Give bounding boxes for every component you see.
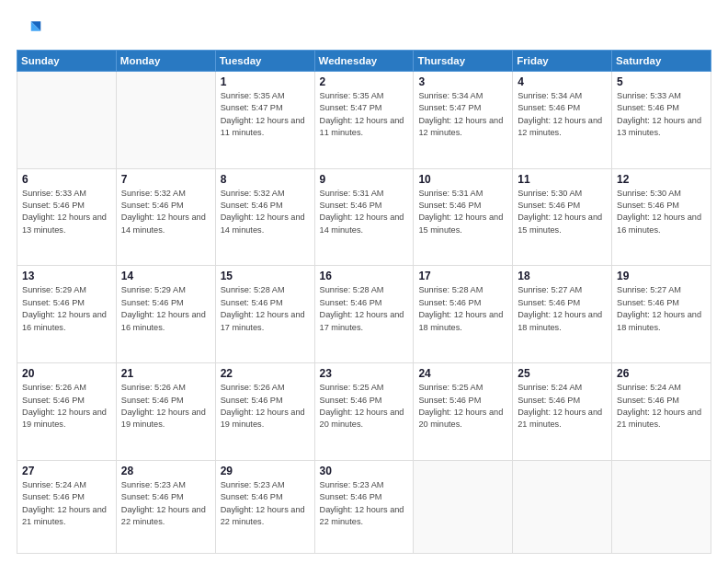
day-number: 7 — [121, 173, 210, 186]
calendar-cell: 22Sunrise: 5:26 AMSunset: 5:46 PMDayligh… — [215, 363, 314, 461]
calendar-cell: 6Sunrise: 5:33 AMSunset: 5:46 PMDaylight… — [17, 168, 117, 266]
calendar-table: SundayMondayTuesdayWednesdayThursdayFrid… — [17, 50, 711, 554]
day-info: Sunrise: 5:28 AMSunset: 5:46 PMDaylight:… — [320, 284, 409, 333]
weekday-header-row: SundayMondayTuesdayWednesdayThursdayFrid… — [17, 51, 711, 72]
day-info: Sunrise: 5:34 AMSunset: 5:47 PMDaylight:… — [418, 90, 507, 139]
calendar-cell — [513, 460, 612, 553]
day-number: 9 — [320, 173, 409, 186]
day-info: Sunrise: 5:29 AMSunset: 5:46 PMDaylight:… — [121, 284, 210, 333]
calendar-cell: 9Sunrise: 5:31 AMSunset: 5:46 PMDaylight… — [314, 168, 414, 266]
calendar-cell: 8Sunrise: 5:32 AMSunset: 5:46 PMDaylight… — [215, 168, 314, 266]
calendar-cell — [414, 460, 513, 553]
calendar-cell: 7Sunrise: 5:32 AMSunset: 5:46 PMDaylight… — [116, 168, 215, 266]
calendar-cell: 3Sunrise: 5:34 AMSunset: 5:47 PMDaylight… — [414, 72, 513, 169]
weekday-header-friday: Friday — [513, 51, 612, 72]
day-number: 5 — [617, 75, 706, 88]
day-number: 15 — [221, 270, 310, 282]
calendar-cell: 2Sunrise: 5:35 AMSunset: 5:47 PMDaylight… — [314, 72, 414, 169]
day-number: 24 — [418, 367, 507, 380]
day-number: 19 — [617, 270, 706, 282]
day-info: Sunrise: 5:34 AMSunset: 5:46 PMDaylight:… — [518, 90, 607, 139]
day-number: 8 — [221, 173, 310, 186]
weekday-header-thursday: Thursday — [414, 51, 513, 72]
day-info: Sunrise: 5:25 AMSunset: 5:46 PMDaylight:… — [418, 382, 507, 431]
calendar-cell: 24Sunrise: 5:25 AMSunset: 5:46 PMDayligh… — [414, 363, 513, 461]
day-number: 2 — [320, 75, 409, 88]
calendar-cell: 14Sunrise: 5:29 AMSunset: 5:46 PMDayligh… — [116, 266, 215, 363]
weekday-header-tuesday: Tuesday — [215, 51, 314, 72]
day-number: 3 — [418, 75, 507, 88]
weekday-header-sunday: Sunday — [17, 51, 117, 72]
calendar-cell: 16Sunrise: 5:28 AMSunset: 5:46 PMDayligh… — [314, 266, 414, 363]
day-number: 18 — [518, 270, 607, 282]
day-info: Sunrise: 5:23 AMSunset: 5:46 PMDaylight:… — [121, 479, 210, 528]
weekday-header-wednesday: Wednesday — [314, 51, 414, 72]
day-info: Sunrise: 5:26 AMSunset: 5:46 PMDaylight:… — [121, 382, 210, 431]
day-info: Sunrise: 5:31 AMSunset: 5:46 PMDaylight:… — [320, 188, 409, 236]
day-number: 1 — [221, 75, 310, 88]
day-info: Sunrise: 5:28 AMSunset: 5:46 PMDaylight:… — [418, 284, 507, 333]
day-number: 4 — [518, 75, 607, 88]
calendar-cell: 28Sunrise: 5:23 AMSunset: 5:46 PMDayligh… — [116, 460, 215, 553]
calendar-cell: 21Sunrise: 5:26 AMSunset: 5:46 PMDayligh… — [116, 363, 215, 461]
day-info: Sunrise: 5:35 AMSunset: 5:47 PMDaylight:… — [221, 90, 310, 139]
page: SundayMondayTuesdayWednesdayThursdayFrid… — [0, 0, 728, 563]
logo-icon — [17, 17, 42, 42]
day-info: Sunrise: 5:30 AMSunset: 5:46 PMDaylight:… — [617, 188, 706, 236]
day-info: Sunrise: 5:27 AMSunset: 5:46 PMDaylight:… — [617, 284, 706, 333]
day-info: Sunrise: 5:35 AMSunset: 5:47 PMDaylight:… — [320, 90, 409, 139]
calendar-cell: 18Sunrise: 5:27 AMSunset: 5:46 PMDayligh… — [513, 266, 612, 363]
calendar-cell: 5Sunrise: 5:33 AMSunset: 5:46 PMDaylight… — [612, 72, 711, 169]
day-info: Sunrise: 5:26 AMSunset: 5:46 PMDaylight:… — [221, 382, 310, 431]
day-info: Sunrise: 5:23 AMSunset: 5:46 PMDaylight:… — [221, 479, 310, 528]
calendar-cell: 29Sunrise: 5:23 AMSunset: 5:46 PMDayligh… — [215, 460, 314, 553]
day-info: Sunrise: 5:24 AMSunset: 5:46 PMDaylight:… — [518, 382, 607, 431]
calendar-cell: 19Sunrise: 5:27 AMSunset: 5:46 PMDayligh… — [612, 266, 711, 363]
week-row-3: 13Sunrise: 5:29 AMSunset: 5:46 PMDayligh… — [17, 266, 711, 363]
day-info: Sunrise: 5:27 AMSunset: 5:46 PMDaylight:… — [518, 284, 607, 333]
calendar-cell: 4Sunrise: 5:34 AMSunset: 5:46 PMDaylight… — [513, 72, 612, 169]
day-info: Sunrise: 5:33 AMSunset: 5:46 PMDaylight:… — [22, 188, 111, 236]
calendar-cell: 11Sunrise: 5:30 AMSunset: 5:46 PMDayligh… — [513, 168, 612, 266]
calendar-cell: 23Sunrise: 5:25 AMSunset: 5:46 PMDayligh… — [314, 363, 414, 461]
calendar-cell: 10Sunrise: 5:31 AMSunset: 5:46 PMDayligh… — [414, 168, 513, 266]
calendar-cell: 15Sunrise: 5:28 AMSunset: 5:46 PMDayligh… — [215, 266, 314, 363]
calendar-cell — [17, 72, 117, 169]
day-number: 23 — [320, 367, 409, 380]
week-row-4: 20Sunrise: 5:26 AMSunset: 5:46 PMDayligh… — [17, 363, 711, 461]
day-info: Sunrise: 5:23 AMSunset: 5:46 PMDaylight:… — [320, 479, 409, 528]
weekday-header-saturday: Saturday — [612, 51, 711, 72]
day-info: Sunrise: 5:28 AMSunset: 5:46 PMDaylight:… — [221, 284, 310, 333]
day-number: 17 — [418, 270, 507, 282]
day-number: 21 — [121, 367, 210, 380]
day-number: 25 — [518, 367, 607, 380]
day-number: 12 — [617, 173, 706, 186]
calendar-cell: 26Sunrise: 5:24 AMSunset: 5:46 PMDayligh… — [612, 363, 711, 461]
day-info: Sunrise: 5:33 AMSunset: 5:46 PMDaylight:… — [617, 90, 706, 139]
day-number: 28 — [121, 465, 210, 477]
calendar-cell: 13Sunrise: 5:29 AMSunset: 5:46 PMDayligh… — [17, 266, 117, 363]
logo — [17, 17, 46, 42]
day-number: 14 — [121, 270, 210, 282]
day-number: 6 — [22, 173, 111, 186]
calendar-cell: 1Sunrise: 5:35 AMSunset: 5:47 PMDaylight… — [215, 72, 314, 169]
calendar-cell: 30Sunrise: 5:23 AMSunset: 5:46 PMDayligh… — [314, 460, 414, 553]
day-info: Sunrise: 5:26 AMSunset: 5:46 PMDaylight:… — [22, 382, 111, 431]
calendar-cell — [116, 72, 215, 169]
calendar-cell: 27Sunrise: 5:24 AMSunset: 5:46 PMDayligh… — [17, 460, 117, 553]
calendar-cell: 20Sunrise: 5:26 AMSunset: 5:46 PMDayligh… — [17, 363, 117, 461]
day-number: 10 — [418, 173, 507, 186]
day-info: Sunrise: 5:24 AMSunset: 5:46 PMDaylight:… — [22, 479, 111, 528]
header — [17, 17, 711, 42]
day-info: Sunrise: 5:30 AMSunset: 5:46 PMDaylight:… — [518, 188, 607, 236]
day-number: 30 — [320, 465, 409, 477]
day-info: Sunrise: 5:24 AMSunset: 5:46 PMDaylight:… — [617, 382, 706, 431]
day-number: 27 — [22, 465, 111, 477]
day-info: Sunrise: 5:32 AMSunset: 5:46 PMDaylight:… — [121, 188, 210, 236]
day-number: 22 — [221, 367, 310, 380]
week-row-2: 6Sunrise: 5:33 AMSunset: 5:46 PMDaylight… — [17, 168, 711, 266]
day-number: 13 — [22, 270, 111, 282]
calendar-cell: 12Sunrise: 5:30 AMSunset: 5:46 PMDayligh… — [612, 168, 711, 266]
day-number: 29 — [221, 465, 310, 477]
calendar-cell: 25Sunrise: 5:24 AMSunset: 5:46 PMDayligh… — [513, 363, 612, 461]
